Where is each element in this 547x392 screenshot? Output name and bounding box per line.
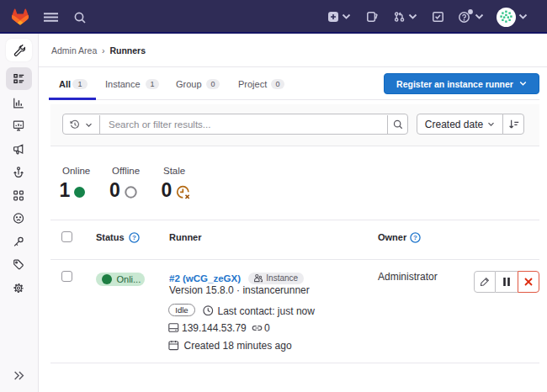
svg-text:?: ? (413, 234, 417, 241)
svg-text:?: ? (132, 234, 136, 241)
